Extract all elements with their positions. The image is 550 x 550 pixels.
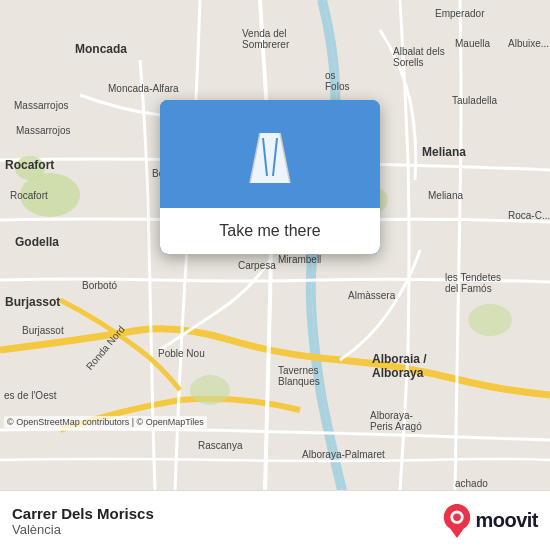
- svg-point-1: [15, 156, 45, 180]
- destination-city: València: [12, 522, 431, 537]
- take-me-there-button[interactable]: Take me there: [160, 208, 380, 254]
- map-view[interactable]: Moncada Moncada-Alfara Massarrojos Massa…: [0, 0, 550, 490]
- svg-point-4: [468, 304, 512, 336]
- moovit-logo: moovit: [443, 504, 538, 538]
- osm-attribution: © OpenStreetMap contributors | © OpenMap…: [4, 416, 207, 428]
- svg-point-2: [190, 375, 230, 405]
- destination-name: Carrer Dels Moriscs: [12, 505, 431, 522]
- moovit-pin-icon: [443, 504, 471, 538]
- bottom-bar: Carrer Dels Moriscs València moovit: [0, 490, 550, 550]
- dialog-icon-area: [160, 100, 380, 208]
- svg-point-11: [454, 513, 462, 521]
- moovit-text: moovit: [475, 509, 538, 532]
- svg-marker-5: [250, 133, 290, 183]
- navigation-dialog: Take me there: [160, 100, 380, 254]
- road-icon: [230, 128, 310, 188]
- destination-info: Carrer Dels Moriscs València: [12, 505, 431, 537]
